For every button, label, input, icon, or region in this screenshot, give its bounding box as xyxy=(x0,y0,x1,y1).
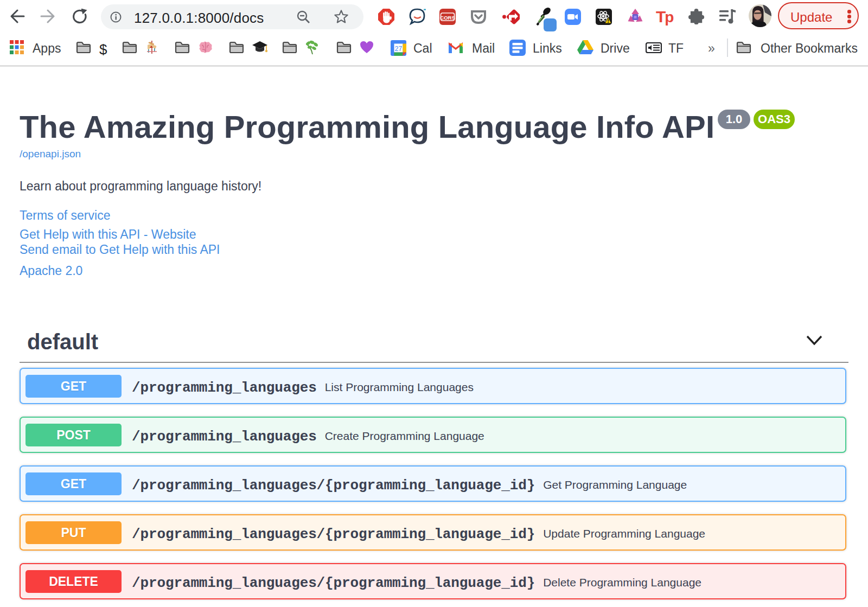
svg-text:CORS: CORS xyxy=(440,15,455,21)
svg-text:27: 27 xyxy=(395,45,403,53)
